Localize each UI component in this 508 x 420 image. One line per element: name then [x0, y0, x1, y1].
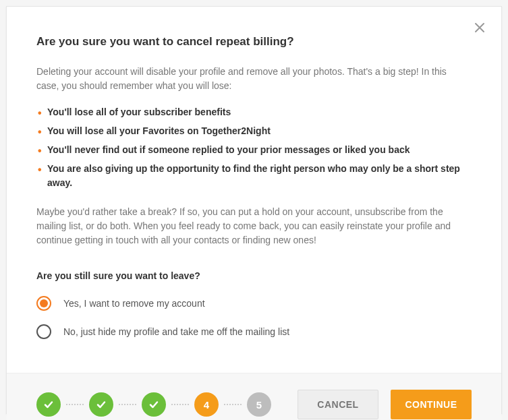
- modal-title: Are you sure you want to cancel repeat b…: [36, 35, 472, 49]
- step-separator: [171, 404, 189, 405]
- close-icon: [474, 21, 485, 36]
- check-icon: [96, 399, 107, 410]
- cancel-billing-modal: Are you sure you want to cancel repeat b…: [6, 6, 502, 414]
- close-button[interactable]: [472, 19, 488, 38]
- option-remove-account[interactable]: Yes, I want to remove my account: [36, 296, 472, 311]
- bullet-item: You'll lose all of your subscriber benef…: [36, 105, 472, 119]
- step-5-pending: 5: [247, 392, 271, 417]
- bullet-item: You will lose all your Favorites on Toge…: [36, 124, 472, 138]
- bullet-list: You'll lose all of your subscriber benef…: [36, 105, 472, 190]
- check-icon: [148, 399, 159, 410]
- step-1-done: [36, 392, 61, 417]
- step-separator: [224, 404, 242, 405]
- step-2-done: [89, 392, 113, 417]
- step-3-done: [142, 392, 166, 417]
- option-label: Yes, I want to remove my account: [63, 298, 205, 309]
- confirm-prompt: Are you still sure you want to leave?: [36, 270, 472, 281]
- footer-buttons: CANCEL CONTINUE: [298, 390, 472, 419]
- bullet-item: You are also giving up the opportunity t…: [36, 162, 472, 190]
- radio-icon: [36, 324, 51, 339]
- step-separator: [119, 404, 136, 405]
- step-number: 4: [204, 399, 209, 411]
- option-label: No, just hide my profile and take me off…: [63, 326, 289, 337]
- modal-footer: 4 5 CANCEL CONTINUE: [7, 373, 501, 420]
- step-separator: [66, 404, 84, 405]
- step-indicator: 4 5: [36, 392, 271, 417]
- modal-content: Are you sure you want to cancel repeat b…: [7, 7, 501, 373]
- check-icon: [43, 399, 54, 410]
- step-number: 5: [256, 399, 262, 411]
- continue-button[interactable]: CONTINUE: [391, 390, 472, 419]
- option-hide-profile[interactable]: No, just hide my profile and take me off…: [36, 324, 472, 339]
- radio-icon: [36, 296, 51, 311]
- intro-text: Deleting your account will disable your …: [36, 65, 472, 93]
- outro-text: Maybe you'd rather take a break? If so, …: [36, 205, 472, 247]
- bullet-item: You'll never find out if someone replied…: [36, 143, 472, 157]
- step-4-current: 4: [194, 392, 219, 417]
- cancel-button[interactable]: CANCEL: [298, 390, 378, 419]
